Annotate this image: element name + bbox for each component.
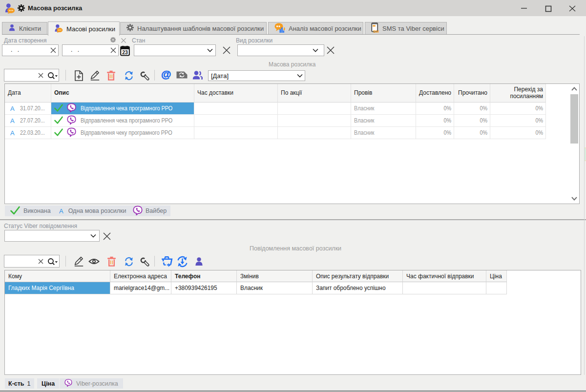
svg-text:23: 23 [122, 49, 128, 55]
svg-text:SMS: SMS [373, 29, 379, 33]
